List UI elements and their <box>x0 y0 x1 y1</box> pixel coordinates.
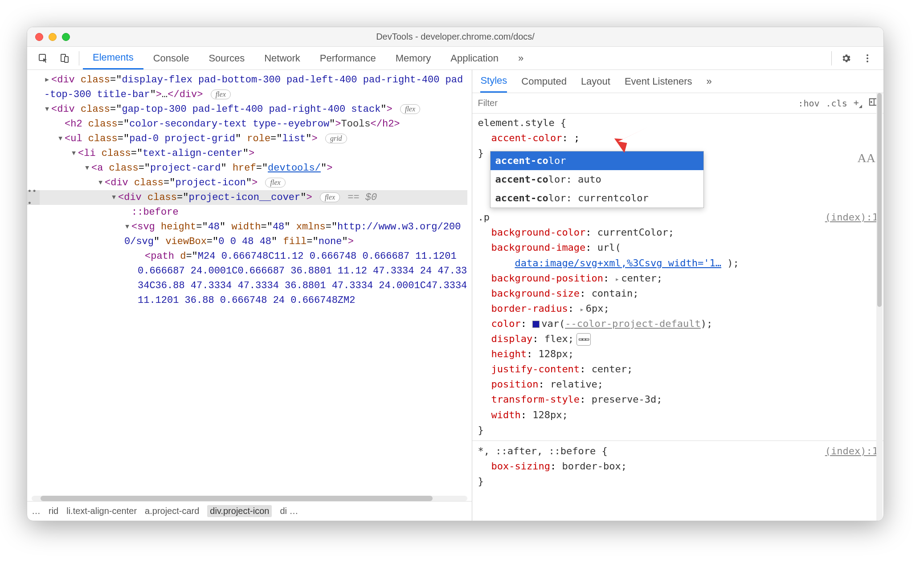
dom-tree[interactable]: ▸<div class="display-flex pad-bottom-300… <box>27 70 472 501</box>
subtab-overflow[interactable]: » <box>707 70 712 93</box>
vertical-scrollbar[interactable] <box>876 93 883 521</box>
device-mode-icon[interactable] <box>54 53 75 64</box>
horizontal-scrollbar[interactable] <box>32 496 467 501</box>
styles-tab-bar: Styles Computed Layout Event Listeners » <box>472 70 883 93</box>
dom-node[interactable]: <path d="M24 0.666748C11.12 0.666748 0.6… <box>32 249 467 308</box>
css-declaration[interactable]: display: flex;▭▭▭ <box>478 331 878 347</box>
crumb-item[interactable]: li.text-align-center <box>66 506 137 516</box>
svg-point-5 <box>867 61 868 62</box>
styles-panel: Styles Computed Layout Event Listeners »… <box>472 70 883 521</box>
cls-toggle[interactable]: .cls <box>826 98 847 109</box>
hov-toggle[interactable]: :hov <box>798 98 819 109</box>
tab-application[interactable]: Application <box>441 47 508 69</box>
css-declaration[interactable]: box-sizing: border-box; <box>478 459 878 474</box>
css-rule[interactable]: (index):1 *, ::after, ::before { box-siz… <box>478 444 878 489</box>
subtab-layout[interactable]: Layout <box>581 70 610 93</box>
autocomplete-option[interactable]: accent-color: currentcolor <box>491 189 703 208</box>
subtab-event-listeners[interactable]: Event Listeners <box>625 70 692 93</box>
elements-panel: ▸<div class="display-flex pad-bottom-300… <box>27 70 472 521</box>
breadcrumb: … rid li.text-align-center a.project-car… <box>27 501 472 521</box>
autocomplete-option[interactable]: accent-color <box>491 151 703 170</box>
css-declaration[interactable]: position: relative; <box>478 377 878 392</box>
settings-icon[interactable] <box>835 53 857 64</box>
css-declaration[interactable]: background-size: contain; <box>478 286 878 301</box>
css-declaration[interactable]: background-color: currentColor; <box>478 225 878 240</box>
minimize-window-button[interactable] <box>49 33 57 41</box>
more-icon[interactable] <box>857 53 878 64</box>
css-declaration[interactable]: border-radius: 6px; <box>478 301 878 316</box>
dom-node[interactable]: ▾<a class="project-card" href="devtools/… <box>32 161 467 175</box>
css-declaration[interactable]: width: 128px; <box>478 408 878 423</box>
tab-console[interactable]: Console <box>143 47 199 69</box>
dom-node[interactable]: <h2 class="color-secondary-text type--ey… <box>32 117 467 131</box>
rule-source-link[interactable]: (index):1 <box>825 444 878 459</box>
subtab-styles[interactable]: Styles <box>480 70 507 93</box>
subtab-computed[interactable]: Computed <box>521 70 567 93</box>
tab-elements[interactable]: Elements <box>83 47 143 69</box>
tab-overflow[interactable]: » <box>508 47 533 69</box>
dom-node[interactable]: ▾<div class="project-icon"> flex <box>32 175 467 190</box>
dom-node[interactable]: ▾<div class="gap-top-300 pad-left-400 pa… <box>32 102 467 117</box>
svg-point-3 <box>867 54 868 56</box>
css-declaration[interactable]: color: var(--color-project-default); <box>478 316 878 331</box>
tab-memory[interactable]: Memory <box>386 47 441 69</box>
titlebar: DevTools - developer.chrome.com/docs/ <box>27 27 883 47</box>
annotation-arrow-icon <box>610 119 650 155</box>
font-size-icon: AA <box>858 148 875 167</box>
tab-sources[interactable]: Sources <box>199 47 254 69</box>
crumb-item[interactable]: div.project-icon <box>207 505 272 517</box>
new-rule-button[interactable]: +◢ <box>854 97 862 109</box>
tab-performance[interactable]: Performance <box>310 47 386 69</box>
inspect-icon[interactable] <box>33 53 54 64</box>
crumb-item[interactable]: rid <box>49 506 58 516</box>
css-rule[interactable]: (index):1 .p background-color: currentCo… <box>478 210 878 437</box>
dom-node[interactable]: ▾<li class="text-align-center"> <box>32 146 467 161</box>
css-declaration[interactable]: background-image: url( data:image/svg+xm… <box>478 240 878 270</box>
rule-source-link[interactable]: (index):1 <box>825 210 878 225</box>
crumb-item[interactable]: a.project-card <box>145 506 199 516</box>
css-declaration[interactable]: justify-content: center; <box>478 362 878 377</box>
css-declaration[interactable]: transform-style: preserve-3d; <box>478 392 878 407</box>
svg-point-4 <box>867 57 868 59</box>
window-title: DevTools - developer.chrome.com/docs/ <box>27 32 883 42</box>
filter-input[interactable] <box>478 98 792 108</box>
dom-node[interactable]: •••▾<div class="project-icon__cover"> fl… <box>32 190 467 205</box>
devtools-window: DevTools - developer.chrome.com/docs/ El… <box>27 27 884 521</box>
close-window-button[interactable] <box>35 33 43 41</box>
main-tab-bar: Elements Console Sources Network Perform… <box>27 47 883 70</box>
crumb-item[interactable]: di … <box>280 506 298 516</box>
svg-rect-2 <box>65 57 68 62</box>
dom-node[interactable]: ▸<div class="display-flex pad-bottom-300… <box>32 73 467 102</box>
maximize-window-button[interactable] <box>62 33 70 41</box>
css-autocomplete-popup[interactable]: accent-coloraccent-color: autoaccent-col… <box>490 151 704 208</box>
styles-content[interactable]: element.style { accent-color: ; } accent… <box>472 114 883 521</box>
dom-node[interactable]: ::before <box>32 205 467 220</box>
dom-node[interactable]: ▾<ul class="pad-0 project-grid" role="li… <box>32 131 467 146</box>
css-declaration[interactable]: background-position: center; <box>478 271 878 286</box>
crumb-prefix[interactable]: … <box>32 506 41 516</box>
css-declaration[interactable]: height: 128px; <box>478 347 878 362</box>
autocomplete-option[interactable]: accent-color: auto <box>491 170 703 189</box>
filter-bar: :hov .cls +◢ <box>472 93 883 114</box>
tab-network[interactable]: Network <box>254 47 310 69</box>
dom-node[interactable]: ▾<svg height="48" width="48" xmlns="http… <box>32 220 467 249</box>
